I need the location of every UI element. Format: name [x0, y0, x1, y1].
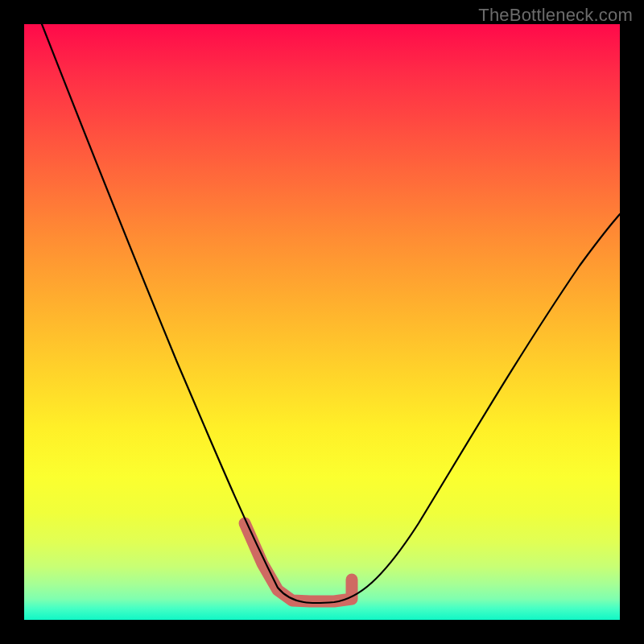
- plot-area: [24, 24, 620, 620]
- bottleneck-curve: [42, 24, 620, 603]
- highlight-minimum: [245, 523, 352, 601]
- watermark-text: TheBottleneck.com: [478, 5, 633, 26]
- chart-frame: TheBottleneck.com: [0, 0, 644, 644]
- chart-svg: [24, 24, 620, 620]
